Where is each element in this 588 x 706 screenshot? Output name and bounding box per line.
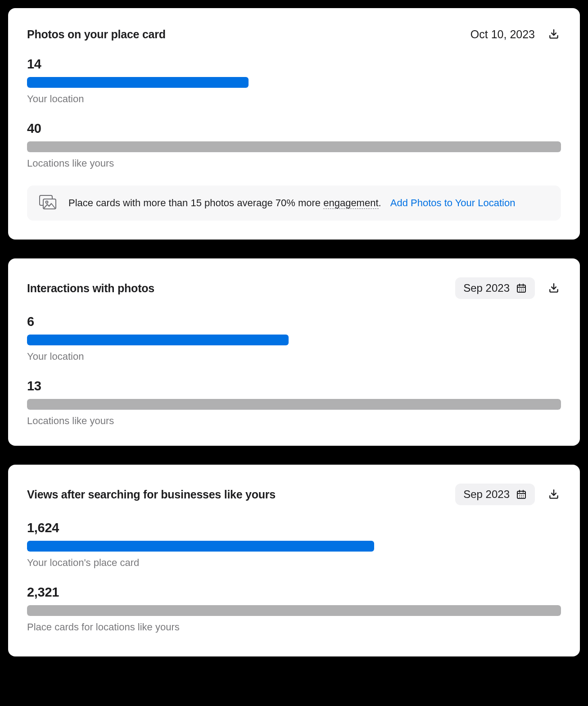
svg-point-12 [521,495,522,496]
metric-value: 2,321 [27,585,561,600]
metric-your-location: 1,624 Your location's place card [27,520,561,569]
card-header: Interactions with photos Sep 2023 [27,277,561,299]
calendar-icon [516,283,527,294]
svg-point-9 [523,290,524,291]
svg-point-11 [519,495,520,496]
tip-text-suffix: . [379,197,381,208]
svg-point-6 [523,289,524,290]
metric-label: Your location [27,93,561,105]
card-photos-on-place-card: Photos on your place card Oct 10, 2023 1… [8,8,580,240]
tip-underlined-term[interactable]: engagement [323,197,378,209]
add-photos-link[interactable]: Add Photos to Your Location [390,197,516,208]
metric-value: 40 [27,121,561,136]
date-label: Oct 10, 2023 [470,28,535,41]
metric-locations-like-yours: 2,321 Place cards for locations like you… [27,585,561,633]
svg-point-15 [521,497,522,498]
card-views-after-searching: Views after searching for businesses lik… [8,465,580,656]
svg-point-16 [523,497,524,498]
card-header-right: Oct 10, 2023 [470,27,561,41]
card-header-right: Sep 2023 [455,484,561,505]
date-range-picker[interactable]: Sep 2023 [455,484,535,505]
card-title: Interactions with photos [27,282,154,295]
download-icon [548,489,560,500]
svg-point-8 [521,290,522,291]
card-header-right: Sep 2023 [455,277,561,299]
metric-label: Your location [27,351,561,362]
download-button[interactable] [547,281,561,295]
tip-text: Place cards with more than 15 photos ave… [68,196,515,210]
photos-icon [39,195,57,212]
card-header: Views after searching for businesses lik… [27,484,561,505]
metric-locations-like-yours: 40 Locations like yours [27,121,561,169]
bar-fill-compare [27,141,561,152]
bar-fill-self [27,77,249,88]
svg-point-5 [521,289,522,290]
bar-track [27,605,561,616]
bar-fill-compare [27,399,561,410]
bar-track [27,541,561,552]
metric-locations-like-yours: 13 Locations like yours [27,379,561,427]
card-title: Photos on your place card [27,28,166,41]
tip-text-prefix: Place cards with more than 15 photos ave… [68,197,323,208]
svg-point-4 [519,289,520,290]
bar-track [27,399,561,410]
download-icon [548,282,560,294]
metric-label: Your location's place card [27,557,561,569]
tip-box: Place cards with more than 15 photos ave… [27,186,561,221]
bar-fill-self [27,335,289,345]
download-icon [548,28,560,40]
date-range-picker[interactable]: Sep 2023 [455,277,535,299]
metric-your-location: 14 Your location [27,57,561,105]
date-range-label: Sep 2023 [463,488,510,501]
metric-value: 14 [27,57,561,72]
metric-your-location: 6 Your location [27,314,561,362]
bar-track [27,141,561,152]
bar-track [27,77,561,88]
date-range-label: Sep 2023 [463,282,510,294]
metric-value: 6 [27,314,561,329]
metric-label: Place cards for locations like yours [27,621,561,633]
card-header: Photos on your place card Oct 10, 2023 [27,27,561,41]
svg-point-7 [519,290,520,291]
bar-track [27,335,561,345]
download-button[interactable] [547,487,561,502]
download-button[interactable] [547,27,561,41]
metric-value: 1,624 [27,520,561,535]
bar-fill-compare [27,605,561,616]
card-title: Views after searching for businesses lik… [27,488,276,501]
metric-value: 13 [27,379,561,394]
svg-point-13 [523,495,524,496]
svg-point-14 [519,497,520,498]
card-interactions-with-photos: Interactions with photos Sep 2023 [8,258,580,446]
calendar-icon [516,489,527,500]
metric-label: Locations like yours [27,415,561,427]
bar-fill-self [27,541,374,552]
metric-label: Locations like yours [27,158,561,169]
